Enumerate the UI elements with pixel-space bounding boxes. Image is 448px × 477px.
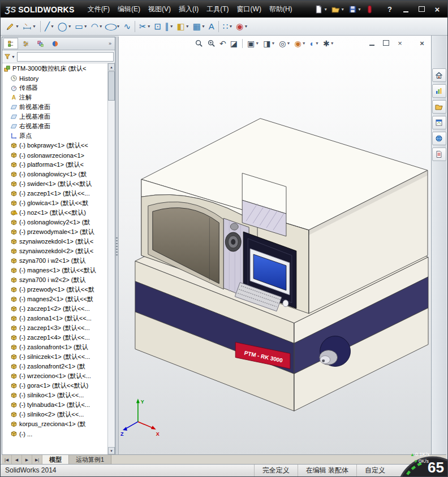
- tab-feature-manager[interactable]: [3, 38, 18, 49]
- tree-item[interactable]: (-) bokprawy<1> (默认<<: [2, 141, 107, 150]
- offset-entities-button[interactable]: ∥▼: [163, 20, 175, 33]
- view-palette-button[interactable]: [432, 116, 446, 129]
- edit-appearance-button[interactable]: ◉▼: [293, 39, 307, 48]
- arc-button[interactable]: ◠▼: [89, 20, 105, 33]
- scroll-down-arrow[interactable]: ▼: [108, 447, 115, 454]
- dropdown-caret-icon[interactable]: ▼: [170, 24, 174, 28]
- tree-filter-input[interactable]: [17, 52, 114, 62]
- linear-sketch-pattern-button[interactable]: ▦▼: [191, 20, 207, 33]
- last-sheet-button[interactable]: ▶|: [32, 455, 42, 465]
- dropdown-caret-icon[interactable]: ▼: [255, 41, 259, 45]
- tree-item[interactable]: A注解: [2, 93, 107, 102]
- doc-minimize-button[interactable]: [367, 39, 376, 47]
- dropdown-caret-icon[interactable]: ▼: [244, 24, 248, 28]
- menu-tools[interactable]: 工具(T): [203, 2, 232, 17]
- restore-button[interactable]: [416, 4, 427, 14]
- solidworks-resources-button[interactable]: [432, 68, 446, 82]
- view-settings-button[interactable]: ✱▼: [322, 39, 335, 48]
- menu-file[interactable]: 文件(F): [84, 2, 114, 17]
- tree-item[interactable]: (-) zaczep1<3> (默认<<...: [2, 323, 107, 333]
- dropdown-caret-icon[interactable]: ▼: [315, 41, 319, 45]
- convert-entities-button[interactable]: ⊡: [153, 20, 163, 33]
- dropdown-caret-icon[interactable]: ▼: [357, 7, 361, 11]
- display-style-button[interactable]: ◨▼: [262, 39, 276, 48]
- tree-item[interactable]: (-) wrzeciono<1> (默认<...: [2, 371, 107, 381]
- tree-item[interactable]: (-) przewody<1> (默认<<默: [2, 285, 107, 294]
- graphics-area[interactable]: PTM - RK 3000 Y: [119, 36, 431, 455]
- tree-item[interactable]: (-) przewodymale<1> (默认: [2, 227, 107, 237]
- apply-scene-button[interactable]: ◐▼: [309, 39, 320, 48]
- menu-edit[interactable]: 编辑(E): [114, 2, 144, 17]
- custom-properties-button[interactable]: [432, 148, 446, 161]
- doc-restore-button[interactable]: [381, 39, 390, 47]
- scroll-up-arrow[interactable]: ▲: [108, 63, 115, 71]
- tree-item[interactable]: (-) magnes<1> (默认<<默认: [2, 266, 107, 275]
- dropdown-caret-icon[interactable]: ▼: [287, 41, 291, 45]
- tree-scrollbar[interactable]: ▲ ▼: [107, 63, 115, 454]
- dropdown-caret-icon[interactable]: ▼: [186, 24, 189, 28]
- tree-item[interactable]: szynaiwozekdol<2> (默认<: [2, 246, 107, 256]
- smart-dimension-button[interactable]: ▼: [21, 20, 38, 33]
- dropdown-caret-icon[interactable]: ▼: [50, 24, 54, 28]
- dropdown-caret-icon[interactable]: ▼: [99, 24, 103, 28]
- menu-help[interactable]: 帮助(H): [265, 2, 296, 17]
- tree-item[interactable]: (-) zaczep1<4> (默认<<...: [2, 333, 107, 342]
- dropdown-caret-icon[interactable]: ▼: [302, 41, 306, 45]
- quick-snaps-button[interactable]: ∷▼: [221, 20, 234, 33]
- tree-item[interactable]: (-) magnes2<1> (默认<<默: [2, 294, 107, 304]
- tree-item[interactable]: (-) zaslona1<1> (默认<<...: [2, 314, 107, 323]
- tree-item[interactable]: (-) glowica<1> (默认<<默: [2, 198, 107, 208]
- save-document-button[interactable]: ▼: [347, 5, 363, 14]
- tree-item[interactable]: (-) oslonaglowicy<1> (默: [2, 170, 107, 179]
- hide-show-items-button[interactable]: ◎▼: [278, 39, 291, 48]
- cnc-machine-3d-model[interactable]: PTM - RK 3000 Y: [119, 36, 431, 455]
- tree-item[interactable]: szynaiwozekdol<1> (默认<: [2, 237, 107, 246]
- tree-item[interactable]: 上视基准面: [2, 112, 107, 122]
- tab-overflow-chevron[interactable]: »: [109, 41, 114, 46]
- tree-item[interactable]: (-) zaczep1<1> (默认<<...: [2, 189, 107, 198]
- tab-configuration-manager[interactable]: [33, 38, 48, 49]
- tree-item[interactable]: (-) silniko<2> (默认<<...: [2, 410, 107, 419]
- sketch-text-button[interactable]: A: [207, 20, 216, 33]
- dropdown-caret-icon[interactable]: ▼: [201, 24, 205, 28]
- tree-item[interactable]: 右视基准面: [2, 122, 107, 131]
- file-explorer-button[interactable]: [432, 100, 446, 114]
- tree-item[interactable]: (-) oslonaglowicy2<1> (默: [2, 218, 107, 227]
- help-button[interactable]: ?: [387, 5, 392, 14]
- tree-item[interactable]: (-) silniczek<1> (默认<<...: [2, 352, 107, 362]
- tab-模型[interactable]: 模型: [42, 455, 69, 465]
- dropdown-caret-icon[interactable]: ▼: [341, 7, 344, 11]
- scroll-thumb[interactable]: [108, 71, 115, 101]
- pane-close-button[interactable]: ×: [417, 39, 427, 47]
- menu-insert[interactable]: 插入(I): [175, 2, 203, 17]
- doc-close-button[interactable]: ×: [395, 39, 404, 47]
- filter-funnel-icon[interactable]: ▼: [3, 53, 16, 60]
- tree-item[interactable]: (-) swider<1> (默认<<默认: [2, 179, 107, 189]
- tab-运动算例1[interactable]: 运动算例1: [69, 455, 111, 465]
- tree-item[interactable]: 原点: [2, 131, 107, 141]
- tree-item[interactable]: (-) ...: [2, 429, 107, 439]
- dropdown-caret-icon[interactable]: ▼: [330, 41, 334, 45]
- tree-item[interactable]: (-) silniko<1> (默认<<...: [2, 391, 107, 400]
- appearances-scenes-button[interactable]: [432, 132, 446, 145]
- dropdown-caret-icon[interactable]: ▼: [147, 24, 151, 28]
- dropdown-caret-icon[interactable]: ▼: [229, 24, 232, 28]
- zoom-area-button[interactable]: [206, 38, 217, 48]
- tree-item[interactable]: (-) zaslonafront2<1> (默: [2, 362, 107, 371]
- dropdown-caret-icon[interactable]: ▼: [324, 7, 328, 11]
- 3dexperience-button[interactable]: [364, 5, 375, 14]
- tree-item[interactable]: szyna700 i w2<1> (默认: [2, 256, 107, 266]
- prev-sheet-button[interactable]: ◀: [12, 455, 22, 465]
- view-orientation-button[interactable]: ▣▼: [246, 39, 260, 48]
- ellipse-button[interactable]: ◯▼: [105, 20, 122, 33]
- tree-item[interactable]: (-) gora<1> (默认<<默认): [2, 381, 107, 391]
- menu-window[interactable]: 窗口(W): [233, 2, 265, 17]
- tab-display-manager[interactable]: [48, 38, 62, 49]
- tree-item[interactable]: 前视基准面: [2, 102, 107, 112]
- circle-button[interactable]: ◯▼: [56, 20, 74, 33]
- open-document-button[interactable]: ▼: [330, 5, 346, 14]
- dropdown-caret-icon[interactable]: ▼: [271, 41, 275, 45]
- rapid-sketch-button[interactable]: ◉▼: [234, 20, 249, 33]
- spline-button[interactable]: ∿: [122, 20, 132, 33]
- previous-view-button[interactable]: ↶: [218, 39, 227, 48]
